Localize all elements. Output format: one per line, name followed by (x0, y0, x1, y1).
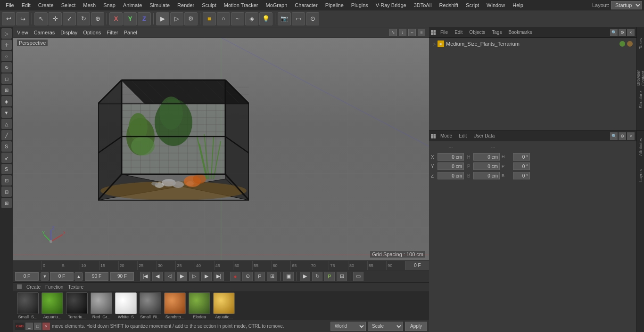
attrs-close-btn[interactable]: × (627, 132, 635, 140)
next-step-btn[interactable]: ▷ (189, 272, 199, 281)
goto-start-btn[interactable]: |◀ (140, 272, 150, 281)
scale-select[interactable]: Scale Move Rotate (368, 322, 403, 331)
sidebar-icon-1[interactable]: ▷ (1, 28, 12, 39)
view-menu-display[interactable]: Display (60, 30, 77, 35)
menu-animate[interactable]: Animate (119, 1, 146, 9)
menu-create[interactable]: Create (34, 1, 58, 9)
end-frame-input2[interactable] (110, 272, 134, 281)
world-select[interactable]: World Object Camera (330, 322, 366, 331)
material-white-s[interactable]: White_S (115, 292, 137, 319)
minimize-icon[interactable]: _ (25, 323, 33, 330)
b-deg-input[interactable] (513, 172, 530, 179)
view-menu-cameras[interactable]: Cameras (34, 30, 55, 35)
view-menu-view[interactable]: View (17, 30, 28, 35)
select-tool-button[interactable]: ↖ (34, 12, 48, 25)
close-icon[interactable]: × (42, 323, 50, 330)
sidebar-icon-2[interactable]: ✛ (1, 40, 12, 50)
sidebar-icon-6[interactable]: ⊞ (1, 85, 12, 95)
attributes-tab[interactable]: Attributes (637, 133, 644, 161)
viewport-settings-btn[interactable]: ≡ (418, 29, 425, 36)
view-menu-options[interactable]: Options (83, 30, 101, 35)
transform-tool-button[interactable]: ⊕ (91, 12, 104, 25)
keyframe-view-btn[interactable]: ⊞ (267, 272, 277, 281)
sidebar-icon-5[interactable]: ◻ (1, 73, 12, 84)
light-tool-button[interactable]: 💡 (259, 12, 272, 25)
material-terrariu[interactable]: Terrariu... (66, 292, 88, 319)
z-rot-input[interactable] (473, 172, 500, 179)
floor-button[interactable]: ▭ (292, 12, 305, 25)
menu-redshift[interactable]: Redshift (436, 1, 462, 9)
viewport-canvas[interactable]: Perspective (13, 38, 429, 260)
p-deg-input[interactable] (513, 162, 530, 170)
sidebar-icon-12[interactable]: ↙ (1, 153, 12, 163)
obj-bookmarks-btn[interactable]: Bookmarks (506, 29, 534, 36)
material-aquatic[interactable]: Aquatic... (213, 292, 235, 319)
obj-search-btn[interactable]: 🔍 (610, 29, 618, 36)
layout-select[interactable]: Startup (611, 1, 642, 9)
layers-tab[interactable]: Layers (637, 161, 644, 189)
menu-plugins[interactable]: Plugins (347, 1, 372, 9)
motion-path-btn[interactable]: ▭ (353, 272, 363, 281)
takes-tab[interactable]: Takes (637, 29, 644, 57)
render-region-button[interactable]: ▷ (170, 12, 183, 25)
sidebar-icon-14[interactable]: ⊡ (1, 175, 12, 186)
spline-tool-button[interactable]: ~ (231, 12, 244, 25)
auto-key-btn[interactable]: ⊙ (242, 272, 253, 281)
menu-simulate[interactable]: Simulate (146, 1, 173, 9)
h-deg-input[interactable] (513, 153, 530, 161)
sync-btn[interactable]: ↻ (312, 272, 322, 281)
x-rot-input[interactable] (473, 153, 500, 161)
power-btn[interactable]: P (324, 272, 335, 281)
attr-mode-btn[interactable]: Mode (438, 132, 454, 139)
obj-edit-btn[interactable]: Edit (453, 29, 464, 36)
play-btn[interactable]: ▶ (177, 272, 187, 281)
material-sandsto[interactable]: Sandsto... (164, 292, 186, 319)
y-pos-input[interactable] (438, 162, 464, 170)
view-menu-panel[interactable]: Panel (124, 30, 137, 35)
viewport-maximize-btn[interactable]: ⤡ (389, 29, 397, 36)
cinema4d-icon[interactable]: C4D (15, 323, 25, 330)
menu-edit[interactable]: Edit (18, 1, 34, 9)
cube-tool-button[interactable]: ■ (203, 12, 216, 25)
material-small-ri[interactable]: Small_Ri... (140, 292, 161, 319)
menu-file[interactable]: File (2, 1, 18, 9)
material-red-gr[interactable]: Red_Gr... (91, 292, 112, 319)
tree-dot-orange[interactable] (627, 41, 633, 47)
mat-function-menu[interactable]: Function (45, 284, 63, 290)
sphere-tool-button[interactable]: ○ (217, 12, 230, 25)
structure-tab[interactable]: Structure (637, 86, 644, 114)
attr-userdata-btn[interactable]: User Data (471, 132, 496, 139)
apply-button[interactable]: Apply (405, 322, 427, 331)
viewport-split-h-btn[interactable]: ↕ (399, 29, 406, 36)
undo-button[interactable]: ↩ (2, 12, 15, 25)
sidebar-icon-11[interactable]: S (1, 141, 12, 152)
content-browser-tab[interactable]: Content Browser (637, 57, 644, 86)
attr-edit-btn[interactable]: Edit (457, 132, 469, 139)
menu-script[interactable]: Script (462, 1, 483, 9)
sky-button[interactable]: ⊙ (306, 12, 319, 25)
obj-settings-btn[interactable]: ⚙ (619, 29, 626, 36)
menu-vray[interactable]: V-Ray Bridge (372, 1, 410, 9)
obj-close-btn[interactable]: × (627, 29, 635, 36)
material-small-s[interactable]: Small_S... (17, 292, 39, 319)
sidebar-icon-4[interactable]: ↻ (1, 62, 12, 73)
sidebar-icon-7[interactable]: ◈ (1, 96, 12, 106)
end-frame-input1[interactable] (85, 272, 108, 281)
menu-pipeline[interactable]: Pipeline (322, 1, 347, 9)
key-mode-btn[interactable]: P (255, 272, 265, 281)
material-aquariu[interactable]: Aquariu... (41, 292, 63, 319)
view-menu-filter[interactable]: Filter (107, 30, 118, 35)
menu-help[interactable]: Help (509, 1, 527, 9)
tree-item-terrarium[interactable]: ▷ ■ Medium_Size_Plants_Terrarium (431, 40, 635, 48)
mat-create-menu[interactable]: Create (26, 284, 41, 290)
menu-motion-tracker[interactable]: Motion Tracker (220, 1, 262, 9)
next-frame-btn[interactable]: ▶ (201, 272, 212, 281)
scale-tool-button[interactable]: ⤢ (63, 12, 76, 25)
attrs-settings-btn[interactable]: ⚙ (619, 132, 626, 140)
menu-snap[interactable]: Snap (99, 1, 119, 9)
menu-mesh[interactable]: Mesh (79, 1, 99, 9)
current-frame-input[interactable] (50, 272, 74, 281)
menu-3dtoall[interactable]: 3DToAll (410, 1, 436, 9)
z-pos-input[interactable] (438, 172, 464, 179)
menu-select[interactable]: Select (58, 1, 80, 9)
